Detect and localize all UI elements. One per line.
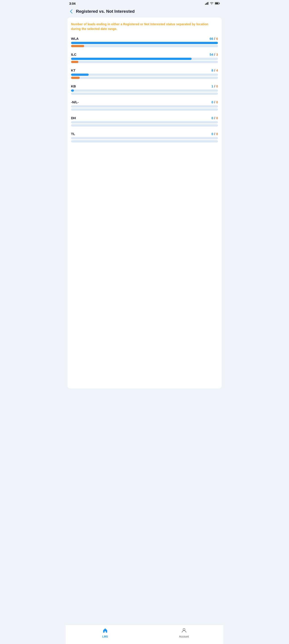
bar-notinterested-container (71, 124, 218, 126)
status-time: 3:04 (69, 2, 75, 5)
wifi-icon (210, 2, 214, 5)
score-not-interested: 0 (216, 84, 218, 88)
bar-notinterested-track (71, 92, 218, 95)
score-divider: / (213, 116, 216, 120)
bar-registered-track (71, 42, 218, 44)
bar-notinterested-container (71, 45, 218, 47)
location-header: ILC 54 / 3 (71, 52, 218, 56)
nav-item-lms[interactable]: LMS (66, 626, 144, 640)
main-content: Number of leads ending in either a Regis… (67, 18, 222, 388)
score-registered: 8 (212, 68, 213, 72)
bottom-nav: LMS Account (66, 624, 223, 644)
svg-rect-3 (208, 2, 208, 5)
location-name: -N/L- (71, 100, 79, 104)
location-header: KT 8 / 4 (71, 68, 218, 72)
bar-registered-fill (71, 90, 74, 92)
location-name: KT (71, 68, 75, 72)
location-name: DH (71, 116, 76, 120)
description-text: Number of leads ending in either a Regis… (71, 22, 218, 31)
bar-registered-container (71, 105, 218, 108)
bar-notinterested-track (71, 45, 218, 47)
location-header: WLA 66 / 6 (71, 37, 218, 40)
score-registered: 0 (212, 100, 213, 104)
score-not-interested: 0 (216, 132, 218, 136)
location-name: ILC (71, 52, 76, 56)
bar-notinterested-container (71, 92, 218, 95)
bar-notinterested-fill (71, 61, 78, 63)
bar-notinterested-track (71, 140, 218, 142)
location-item: DH 0 / 0 (71, 116, 218, 126)
svg-rect-2 (207, 2, 208, 5)
location-item: KB 1 / 0 (71, 84, 218, 95)
location-name: TL (71, 132, 75, 136)
nav-label-lms: LMS (102, 635, 108, 638)
account-icon (182, 628, 187, 634)
back-button[interactable] (69, 8, 73, 14)
bar-notinterested-track (71, 77, 218, 79)
nav-item-account[interactable]: Account (144, 626, 223, 640)
bar-notinterested-fill (71, 77, 80, 79)
bar-registered-track (71, 105, 218, 108)
score-divider: / (213, 37, 216, 40)
battery-icon (215, 2, 220, 5)
score-divider: / (213, 100, 216, 104)
score-not-interested: 4 (216, 68, 218, 72)
bar-registered-container (71, 90, 218, 92)
location-score: 0 / 0 (212, 100, 218, 104)
status-icons (205, 2, 220, 5)
bar-notinterested-container (71, 77, 218, 79)
bar-registered-container (71, 121, 218, 124)
score-registered: 66 (210, 37, 213, 40)
bar-registered-container (71, 58, 218, 60)
svg-rect-7 (219, 3, 220, 4)
signal-icon (205, 2, 209, 5)
bar-notinterested-fill (71, 45, 84, 47)
svg-point-8 (183, 628, 185, 630)
page-title: Registered vs. Not Interested (76, 9, 135, 14)
location-score: 8 / 4 (212, 68, 218, 72)
score-divider: / (213, 52, 216, 56)
location-header: KB 1 / 0 (71, 84, 218, 88)
score-registered: 54 (210, 52, 213, 56)
bar-notinterested-container (71, 140, 218, 142)
score-not-interested: 0 (216, 116, 218, 120)
score-not-interested: 0 (216, 100, 218, 104)
location-header: DH 0 / 0 (71, 116, 218, 120)
location-item: -N/L- 0 / 0 (71, 100, 218, 111)
bar-notinterested-container (71, 108, 218, 111)
bar-registered-track (71, 121, 218, 124)
location-item: KT 8 / 4 (71, 68, 218, 79)
location-name: WLA (71, 37, 79, 40)
score-registered: 1 (212, 84, 213, 88)
bar-registered-track (71, 58, 218, 60)
bar-registered-container (71, 137, 218, 139)
bar-notinterested-track (71, 108, 218, 111)
location-item: TL 0 / 0 (71, 132, 218, 142)
score-divider: / (213, 84, 216, 88)
bar-registered-track (71, 74, 218, 76)
status-bar: 3:04 (66, 0, 223, 6)
bar-registered-fill (71, 42, 218, 44)
bar-notinterested-container (71, 61, 218, 63)
bar-notinterested-track (71, 61, 218, 63)
score-not-interested: 3 (216, 52, 218, 56)
home-icon (102, 628, 108, 634)
bar-registered-track (71, 137, 218, 139)
location-score: 0 / 0 (212, 116, 218, 120)
bar-registered-container (71, 74, 218, 76)
location-header: TL 0 / 0 (71, 132, 218, 136)
bar-registered-fill (71, 74, 89, 76)
location-header: -N/L- 0 / 0 (71, 100, 218, 104)
svg-rect-6 (215, 2, 218, 4)
score-divider: / (213, 132, 216, 136)
location-score: 66 / 6 (210, 37, 218, 40)
svg-rect-1 (206, 3, 207, 5)
location-item: ILC 54 / 3 (71, 52, 218, 63)
score-registered: 0 (212, 132, 213, 136)
location-score: 54 / 3 (210, 52, 218, 56)
location-item: WLA 66 / 6 (71, 37, 218, 47)
locations-container: WLA 66 / 6 ILC 54 / 3 (71, 37, 218, 142)
svg-point-4 (212, 4, 212, 4)
bar-notinterested-track (71, 124, 218, 126)
location-name: KB (71, 84, 76, 88)
